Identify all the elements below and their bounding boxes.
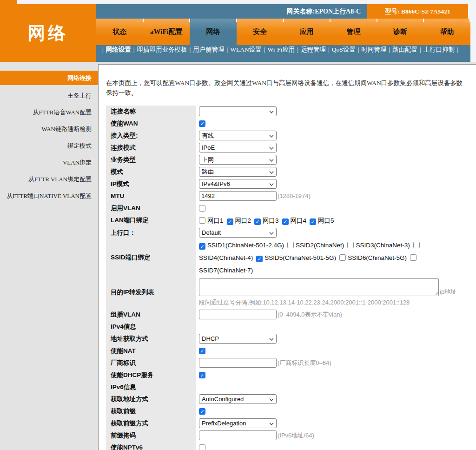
connection-name-select[interactable]: [199, 106, 277, 116]
ssid-port-binding-checkbox-7[interactable]: [410, 254, 416, 261]
sidebar-item-primary-backup-uplink[interactable]: 主备上行: [0, 87, 98, 104]
ipv6-address-acquisition-select[interactable]: AutoConfigured: [199, 394, 277, 404]
lan-port-binding-checkbox-3[interactable]: ✓: [254, 218, 261, 225]
ssid-port-binding-checkbox-1[interactable]: ✓: [199, 243, 205, 250]
ip-mode-select[interactable]: IPv4&IPv6: [199, 179, 277, 189]
prefix-mask-input[interactable]: [199, 430, 277, 440]
form-row-enable-vlan: 启用VLAN: [106, 202, 476, 214]
multicast-vlan-input[interactable]: [199, 310, 277, 319]
lan-port-binding-checkbox-4[interactable]: ✓: [282, 218, 289, 225]
uplink-port-select[interactable]: Default: [199, 228, 277, 238]
enable-vlan-checkbox[interactable]: [199, 205, 205, 212]
chevron-down-icon: [269, 396, 274, 403]
wan-config-form: 连接名称使能WAN✓接入类型:有线连接模式IPoE业务类型上网模式路由IP模式I…: [106, 106, 476, 450]
field-control-address-acquisition: DHCP: [199, 333, 476, 345]
tab-network[interactable]: 网络: [190, 19, 237, 45]
ssid-port-binding-checkbox-5[interactable]: ✓: [256, 256, 263, 262]
page-title: 网络: [0, 4, 96, 62]
check-icon: ✓: [258, 256, 262, 262]
form-row-dest-ip-forward-list: 目的IP转发列表ip地址段间通过逗号分隔,例如:10.12.13.14-10.2…: [106, 277, 476, 309]
lan-port-binding-checkbox-1[interactable]: [199, 217, 205, 224]
tab-separator: [189, 19, 190, 22]
lan-port-binding-checkbox-2[interactable]: ✓: [227, 218, 233, 225]
subnav-separator: |: [133, 46, 135, 53]
form-row-service-type: 业务类型上网: [106, 154, 476, 166]
ssid-port-binding-checkbox-3[interactable]: [347, 242, 354, 248]
option-label: 网口5: [318, 217, 334, 224]
acquire-prefix-checkbox[interactable]: ✓: [199, 408, 205, 415]
enable-wan-checkbox[interactable]: ✓: [199, 120, 205, 127]
multicast-vlan-hint: (0–4094,0表示不带vlan): [278, 311, 342, 319]
subnav-separator: |: [358, 46, 359, 53]
field-control-mtu: 1492(1280-1974): [199, 190, 476, 202]
mode-select[interactable]: 路由: [199, 167, 277, 177]
enable-nptv6-checkbox[interactable]: [199, 444, 205, 450]
subnav-separator: |: [189, 46, 191, 53]
ssid-port-binding-checkbox-2[interactable]: [287, 242, 294, 248]
form-row-acquire-prefix: 获取前缀✓: [106, 405, 476, 417]
tab-management[interactable]: 管理: [330, 19, 377, 45]
lan-port-binding-checkbox-5[interactable]: ✓: [310, 218, 316, 225]
main-content-panel: 在本页面上，您可以配置WAN口参数。政企网关通过WAN口与高层网络设备通信，在通…: [98, 64, 476, 450]
tab-security[interactable]: 安全: [237, 19, 284, 45]
sidebar-item-vlan-binding[interactable]: VLAN绑定: [0, 154, 98, 171]
tab-help[interactable]: 帮助: [423, 19, 470, 45]
prefix-acquisition-mode-select[interactable]: PrefixDelegation: [199, 418, 277, 428]
subnav-item-uplink-suppression[interactable]: 上行口抑制: [423, 46, 455, 53]
lan-port-binding-option: ✓网口4: [279, 217, 307, 224]
subnav-item-wifi-application[interactable]: Wi-Fi应用: [268, 46, 295, 53]
page-header: 网络 网关名称:EPON上行A8-C 型号: B866C-S2-7A5421 状…: [0, 4, 476, 62]
tab-awifi-config[interactable]: aWiFi配置: [143, 19, 190, 45]
sidebar-item-network-connection[interactable]: 网络连接: [0, 71, 98, 85]
tab-application[interactable]: 应用: [284, 19, 331, 45]
connection-mode-select[interactable]: IPoE: [199, 143, 277, 152]
ssid-port-binding-option: SSID6(ChinaNet-5G): [336, 254, 407, 261]
check-icon: ✓: [200, 121, 204, 126]
select-value: Default: [202, 229, 221, 236]
service-type-select[interactable]: 上网: [199, 155, 277, 165]
subnav-item-route-config[interactable]: 路由配置: [392, 46, 417, 53]
subnav-item-time-management[interactable]: 时间管理: [361, 46, 386, 53]
tab-separator: [143, 19, 144, 22]
gateway-name-label: 网关名称:EPON上行A8-C: [96, 4, 367, 19]
subnav-item-network-settings[interactable]: 网络设置: [106, 46, 131, 53]
mtu-input[interactable]: 1492: [199, 191, 277, 201]
tab-diagnosis[interactable]: 诊断: [377, 19, 424, 45]
sidebar-item-wan-link-detection[interactable]: WAN链路通断检测: [0, 121, 98, 138]
tab-status[interactable]: 状态: [96, 19, 143, 45]
field-control-enable-nat: ✓: [199, 345, 476, 357]
sidebar-item-binding-mode[interactable]: 绑定模式: [0, 138, 98, 154]
enable-nat-checkbox[interactable]: ✓: [199, 348, 205, 354]
form-row-connection-name: 连接名称: [106, 106, 476, 118]
subnav-separator: |: [227, 46, 228, 53]
sidebar-item-fttr-vlan-binding-config[interactable]: 从FTTR VLAN绑定配置: [0, 171, 98, 188]
subnav-item-wlan-settings[interactable]: WLAN设置: [230, 46, 262, 53]
header-right: 网关名称:EPON上行A8-C 型号: B866C-S2-7A5421 状态aW…: [96, 4, 476, 62]
dest-ip-forward-list-textarea[interactable]: [199, 278, 439, 296]
subnav-separator: |: [102, 46, 104, 53]
field-label-vendor-id: 厂商标识: [106, 357, 196, 369]
vendor-id-input[interactable]: [199, 358, 277, 368]
option-label: SSID1(ChinaNet-501-2.4G): [207, 242, 284, 249]
ssid-port-binding-checkbox-6[interactable]: [339, 254, 346, 261]
field-label-ipv6-address-acquisition: 获取地址方式: [106, 393, 196, 405]
field-control-uplink-port: Default: [199, 227, 476, 239]
subnav-item-plug-and-play-template[interactable]: 即插即用业务模板: [137, 46, 187, 53]
subnav-item-qos-settings[interactable]: QoS设置: [332, 46, 356, 53]
field-label-mtu: MTU: [106, 190, 196, 202]
sidebar-item-fttr-port-native-vlan-config[interactable]: 从FTTR端口NATIVE VLAN配置: [0, 188, 98, 205]
form-row-mode: 模式路由: [106, 166, 476, 178]
sidebar-item-fttr-voice-wan-config[interactable]: 从FTTR语音WAN配置: [0, 104, 98, 121]
chevron-down-icon: [269, 168, 274, 175]
ssid-port-binding-checkbox-4[interactable]: [413, 242, 420, 248]
address-acquisition-select[interactable]: DHCP: [199, 334, 277, 344]
access-type-select[interactable]: 有线: [199, 131, 277, 140]
field-control-enable-dhcp-service: ✓: [199, 369, 476, 381]
subnav-item-remote-management[interactable]: 远程管理: [301, 46, 326, 53]
enable-dhcp-service-checkbox[interactable]: ✓: [199, 372, 205, 378]
chevron-down-icon: [269, 229, 274, 236]
subnav-separator: |: [420, 46, 421, 53]
subnav-item-user-side-management[interactable]: 用户侧管理: [193, 46, 225, 53]
option-label: SSID2(ChinaNet): [296, 242, 344, 249]
check-icon: ✓: [200, 348, 204, 354]
